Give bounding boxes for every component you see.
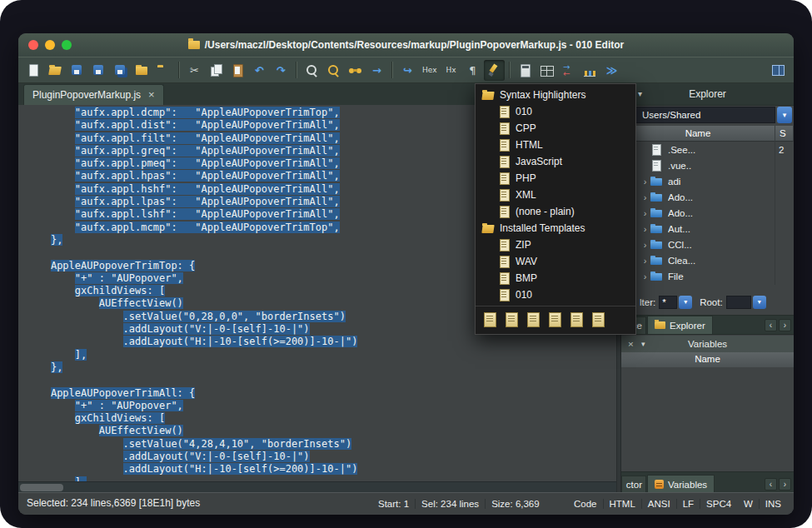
template-icon-4[interactable] xyxy=(548,312,562,327)
expander-icon[interactable]: › xyxy=(640,271,650,281)
open-recent-button[interactable] xyxy=(153,60,174,81)
template-icon-2[interactable] xyxy=(505,312,519,327)
explorer-path-dropdown-button[interactable]: ▾ xyxy=(777,107,792,123)
selected-text: .setValue("4,28,4,10", "borderInsets") xyxy=(123,438,352,450)
toolbar-overflow-button[interactable]: ≫ xyxy=(601,60,622,81)
tab-variables[interactable]: Variables xyxy=(647,475,715,493)
close-panel-icon[interactable]: × xyxy=(628,336,634,352)
tab-explorer[interactable]: Explorer xyxy=(647,316,713,334)
replace-button[interactable] xyxy=(323,60,344,81)
explorer-row[interactable]: ›CCl... xyxy=(621,237,794,252)
scrollbar-thumb[interactable] xyxy=(20,484,63,491)
tab-pluginpopovermarkup[interactable]: PluginPopoverMarkup.js × xyxy=(23,84,164,105)
explorer-row[interactable]: .See...2 xyxy=(621,142,794,157)
new-file-button[interactable] xyxy=(23,60,44,81)
expander-icon[interactable]: › xyxy=(640,208,650,218)
expander-icon[interactable]: › xyxy=(640,177,650,187)
goto-button[interactable]: → xyxy=(366,60,387,81)
jump-to-template-button[interactable]: ↪ xyxy=(397,60,418,81)
selected-text: AppleAUPopoverTrimAll: { xyxy=(51,387,195,399)
zoom-window-button[interactable] xyxy=(62,40,72,50)
chevron-down-icon[interactable]: ▾ xyxy=(641,336,645,352)
find-in-files-button[interactable] xyxy=(345,60,366,81)
selected-text: AUEffectView() xyxy=(99,425,183,436)
template-icon-6[interactable] xyxy=(591,312,605,327)
menu-item-xml[interactable]: XML xyxy=(476,187,635,203)
horizontal-scrollbar[interactable] xyxy=(18,481,616,493)
redo-button[interactable]: ↷ xyxy=(271,60,291,81)
root-input[interactable] xyxy=(726,296,751,309)
menu-item-javascript[interactable]: JavaScript xyxy=(476,153,635,170)
tab-scroll-left-button[interactable]: ‹ xyxy=(765,478,777,491)
explorer-row[interactable]: ›Aut... xyxy=(621,221,794,237)
menu-item-cpp[interactable]: CPP xyxy=(476,120,635,137)
menu-item-010[interactable]: 010 xyxy=(476,286,635,303)
close-window-button[interactable] xyxy=(28,40,38,50)
tab-close-icon[interactable]: × xyxy=(148,90,155,100)
menu-item-php[interactable]: PHP xyxy=(476,170,635,187)
menu-item--none-plain-[interactable]: (none - plain) xyxy=(476,203,635,220)
menu-section-installed-templates[interactable]: Installed Templates xyxy=(476,220,635,237)
menu-item-bmp[interactable]: BMP xyxy=(476,270,635,286)
explorer-row[interactable]: ›File xyxy=(621,268,794,284)
calculator-button[interactable] xyxy=(515,60,536,81)
cut-button[interactable]: ✂ xyxy=(184,60,205,81)
status-bar: Selected: 234 lines,6369 [18E1h] bytes S… xyxy=(18,492,794,515)
compare-files-button[interactable] xyxy=(558,60,579,81)
menu-item-html[interactable]: HTML xyxy=(476,137,635,153)
template-icon-1[interactable] xyxy=(483,312,497,327)
script-doc-icon xyxy=(498,106,511,117)
tab-scroll-right-button[interactable]: › xyxy=(779,319,791,331)
explorer-row[interactable]: .vue.. xyxy=(621,157,794,173)
copy-button[interactable] xyxy=(206,60,227,81)
tab-variables-label: Variables xyxy=(668,480,707,490)
template-icon-5[interactable] xyxy=(570,312,584,327)
explorer-row[interactable]: ›Clea... xyxy=(621,252,794,268)
expander-icon[interactable]: › xyxy=(640,224,650,234)
save-button[interactable] xyxy=(67,60,87,81)
find-button[interactable] xyxy=(301,60,322,81)
minimize-window-button[interactable] xyxy=(45,40,55,50)
file-icon xyxy=(650,160,663,171)
panel-layout-button[interactable] xyxy=(768,60,789,81)
undo-button[interactable]: ↶ xyxy=(249,60,270,81)
selected-text: .addLayout("V:|-0-[self]-10-|") xyxy=(123,323,310,335)
code-line: .setValue("4,28,4,10", "borderInsets") xyxy=(27,438,616,451)
show-whitespace-button[interactable]: ¶ xyxy=(462,60,483,81)
filter-input[interactable]: * xyxy=(659,296,677,309)
menu-item-wav[interactable]: WAV xyxy=(476,253,635,270)
expander-icon[interactable]: › xyxy=(640,240,650,250)
status-cell: Code xyxy=(568,499,604,509)
root-dropdown-button[interactable]: ▾ xyxy=(753,296,766,309)
selected-text: .addLayout("H:|-10-[self(>=200)]-10-|") xyxy=(123,336,358,347)
open-file-button[interactable] xyxy=(45,60,66,81)
expander-icon[interactable]: › xyxy=(640,192,650,202)
edit-as-hex-button[interactable]: Hx xyxy=(441,60,461,81)
script-doc-icon xyxy=(498,172,511,184)
column-header-name[interactable]: Name xyxy=(621,126,775,142)
column-header-size[interactable]: S xyxy=(775,126,794,142)
syntax-highlighter-button[interactable] xyxy=(484,60,505,81)
tab-scroll-left-button[interactable]: ‹ xyxy=(765,319,777,331)
save-as-button[interactable] xyxy=(88,60,109,81)
expander-icon[interactable]: › xyxy=(640,256,650,266)
histogram-button[interactable] xyxy=(580,60,600,81)
menu-item-010[interactable]: 010 xyxy=(476,103,635,120)
paste-button[interactable] xyxy=(227,60,248,81)
save-all-button[interactable] xyxy=(110,60,131,81)
filter-dropdown-button[interactable]: ▾ xyxy=(679,296,692,309)
tab-inspector-partial[interactable]: ctor xyxy=(621,476,646,493)
hex-mode-button[interactable]: Hex xyxy=(419,60,440,81)
menu-section-syntax-highlighters[interactable]: Syntax Highlighters xyxy=(476,87,635,103)
insert-table-button[interactable] xyxy=(536,60,557,81)
status-mid: Start: 1Sel: 234 linesSize: 6,369 xyxy=(372,493,545,515)
tab-scroll-right-button[interactable]: › xyxy=(779,478,791,491)
explorer-row[interactable]: ›adi xyxy=(621,173,794,189)
variables-column-header[interactable]: Name xyxy=(621,352,794,368)
template-icon-3[interactable] xyxy=(526,312,541,327)
explorer-row[interactable]: ›Ado... xyxy=(621,205,794,221)
menu-item-zip[interactable]: ZIP xyxy=(476,237,635,253)
explorer-path-input[interactable]: Users/Shared xyxy=(623,107,775,123)
explorer-row[interactable]: ›Ado... xyxy=(621,189,794,205)
open-workspace-button[interactable] xyxy=(132,60,152,81)
